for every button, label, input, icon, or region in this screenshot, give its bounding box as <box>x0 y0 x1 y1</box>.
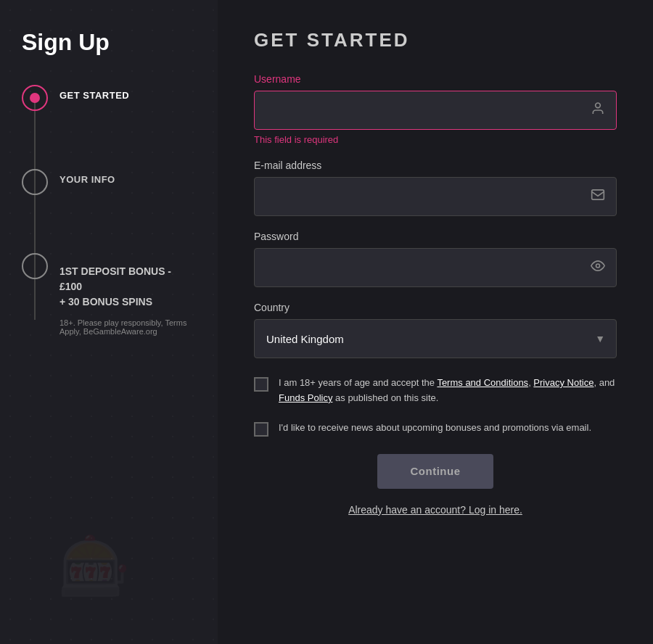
email-input[interactable] <box>254 177 617 216</box>
step-label-get-started: GET STARTED <box>59 85 129 101</box>
username-error: This field is required <box>254 134 617 145</box>
step-spacer-1 <box>22 111 196 169</box>
step-circle-your-info <box>22 169 48 195</box>
terms-label: I am 18+ years of age and accept the Ter… <box>279 376 617 406</box>
step-spacer-2 <box>22 195 196 253</box>
step-label-your-info: YOUR INFO <box>59 169 115 185</box>
step-get-started: GET STARTED <box>22 85 196 111</box>
username-group: Username This field is required <box>254 73 617 145</box>
username-input-wrapper <box>254 91 617 130</box>
terms-conditions-link[interactable]: Terms and Conditions <box>437 377 528 388</box>
main-content: GET STARTED Username This field is requi… <box>218 0 653 644</box>
terms-checkbox-item: I am 18+ years of age and accept the Ter… <box>254 376 617 406</box>
sidebar: Sign Up GET STARTED YOUR INFO 1ST DEPOSI… <box>0 0 218 644</box>
step-label-deposit-bonus: 1ST DEPOSIT BONUS - £100 + 30 BONUS SPIN… <box>59 253 196 336</box>
password-label: Password <box>254 231 617 242</box>
country-select-wrapper: United Kingdom United States Canada Aust… <box>254 319 617 358</box>
country-group: Country United Kingdom United States Can… <box>254 302 617 358</box>
country-select[interactable]: United Kingdom United States Canada Aust… <box>254 319 617 358</box>
form-title: GET STARTED <box>254 29 617 51</box>
step-your-info: YOUR INFO <box>22 169 196 195</box>
promotions-checkbox[interactable] <box>254 422 268 437</box>
continue-button-container: Continue <box>254 454 617 489</box>
password-input[interactable] <box>254 248 617 287</box>
step-deposit-bonus: 1ST DEPOSIT BONUS - £100 + 30 BONUS SPIN… <box>22 253 196 336</box>
checkbox-group: I am 18+ years of age and accept the Ter… <box>254 376 617 437</box>
privacy-notice-link[interactable]: Privacy Notice <box>533 377 594 388</box>
username-input[interactable] <box>254 91 617 130</box>
sidebar-title: Sign Up <box>22 29 196 56</box>
step-circle-deposit-bonus <box>22 253 48 279</box>
svg-point-2 <box>596 264 600 268</box>
username-label: Username <box>254 73 617 85</box>
password-group: Password <box>254 231 617 287</box>
login-link-container: Already have an account? Log in here. <box>254 503 617 516</box>
promotions-label: I'd like to receive news about upcoming … <box>279 421 591 436</box>
watermark-logo: 🎰 <box>58 532 129 600</box>
continue-button[interactable]: Continue <box>377 454 493 489</box>
eye-icon[interactable] <box>591 259 605 277</box>
password-input-wrapper <box>254 248 617 287</box>
steps-container: GET STARTED YOUR INFO 1ST DEPOSIT BONUS … <box>22 85 196 336</box>
country-label: Country <box>254 302 617 313</box>
step-circle-get-started <box>22 85 48 111</box>
email-label: E-mail address <box>254 160 617 171</box>
email-input-wrapper <box>254 177 617 216</box>
funds-policy-link[interactable]: Funds Policy <box>279 392 332 403</box>
login-link[interactable]: Already have an account? Log in here. <box>348 504 522 516</box>
email-group: E-mail address <box>254 160 617 216</box>
disclaimer: 18+. Please play responsibly, Terms Appl… <box>59 318 196 336</box>
terms-checkbox[interactable] <box>254 377 268 392</box>
promotions-checkbox-item: I'd like to receive news about upcoming … <box>254 421 617 437</box>
